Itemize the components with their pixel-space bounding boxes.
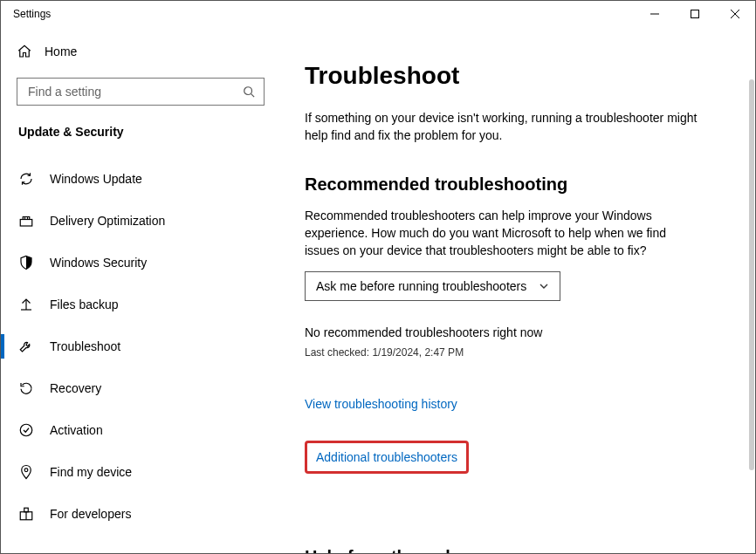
settings-window: Settings Home [0, 0, 756, 554]
scrollbar[interactable] [749, 79, 754, 470]
svg-point-11 [20, 424, 32, 436]
developers-icon [18, 506, 34, 522]
sidebar-item-find-my-device[interactable]: Find my device [17, 453, 265, 491]
highlight-box: Additional troubleshooters [305, 441, 469, 474]
check-circle-icon [18, 422, 34, 438]
sidebar-item-for-developers[interactable]: For developers [17, 495, 265, 533]
sidebar-item-label: Windows Security [50, 256, 147, 270]
svg-rect-1 [691, 10, 699, 18]
main-content: Troubleshoot If something on your device… [280, 27, 755, 553]
svg-line-5 [251, 94, 255, 98]
home-button[interactable]: Home [17, 34, 265, 69]
sidebar-item-recovery[interactable]: Recovery [17, 369, 265, 407]
search-box[interactable] [17, 78, 265, 106]
minimize-button[interactable] [635, 1, 675, 27]
home-icon [17, 44, 32, 59]
sidebar-item-label: For developers [50, 507, 131, 521]
sidebar-item-label: Troubleshoot [50, 339, 120, 353]
search-icon [243, 85, 255, 98]
svg-point-12 [24, 469, 28, 472]
shield-icon [18, 255, 34, 270]
dropdown-value: Ask me before running troubleshooters [316, 279, 526, 293]
search-input[interactable] [26, 84, 255, 99]
troubleshoot-preference-dropdown[interactable]: Ask me before running troubleshooters [305, 271, 560, 301]
recovery-icon [18, 380, 34, 396]
titlebar: Settings [1, 1, 755, 27]
page-intro: If something on your device isn't workin… [305, 109, 698, 145]
window-body: Home Update & Security Windows Update [1, 27, 755, 553]
window-title: Settings [13, 8, 51, 20]
view-history-link[interactable]: View troubleshooting history [305, 397, 457, 411]
additional-troubleshooters-link[interactable]: Additional troubleshooters [316, 450, 457, 464]
sidebar-item-label: Activation [50, 423, 103, 437]
page-title: Troubleshoot [305, 62, 717, 90]
last-checked-text: Last checked: 1/19/2024, 2:47 PM [305, 346, 717, 359]
sidebar: Home Update & Security Windows Update [1, 27, 280, 553]
recommended-heading: Recommended troubleshooting [305, 174, 717, 195]
wrench-icon [18, 339, 34, 354]
sidebar-item-label: Windows Update [50, 172, 142, 186]
sidebar-item-files-backup[interactable]: Files backup [17, 285, 265, 324]
delivery-icon [18, 213, 34, 229]
sidebar-item-label: Find my device [50, 465, 132, 479]
sidebar-item-troubleshoot[interactable]: Troubleshoot [17, 327, 265, 366]
sync-icon [18, 171, 34, 187]
maximize-button[interactable] [675, 1, 715, 27]
sidebar-item-label: Recovery [50, 381, 101, 395]
location-icon [18, 464, 34, 480]
sidebar-item-activation[interactable]: Activation [17, 411, 265, 449]
chevron-down-icon [539, 281, 549, 291]
sidebar-nav: Windows Update Delivery Optimization Win… [17, 160, 265, 533]
sidebar-item-label: Delivery Optimization [50, 214, 165, 228]
window-controls [635, 1, 755, 27]
home-label: Home [45, 44, 77, 58]
web-help-heading: Help from the web [305, 547, 717, 553]
backup-icon [18, 297, 34, 312]
sidebar-item-delivery-optimization[interactable]: Delivery Optimization [17, 202, 265, 240]
sidebar-item-windows-security[interactable]: Windows Security [17, 243, 265, 282]
svg-rect-6 [20, 220, 32, 227]
sidebar-item-label: Files backup [50, 298, 119, 311]
svg-rect-14 [24, 508, 29, 512]
close-button[interactable] [715, 1, 755, 27]
svg-point-4 [244, 87, 252, 95]
sidebar-category: Update & Security [17, 125, 265, 139]
sidebar-item-windows-update[interactable]: Windows Update [17, 160, 265, 198]
recommended-desc: Recommended troubleshooters can help imp… [305, 207, 698, 260]
no-recommended-text: No recommended troubleshooters right now [305, 325, 717, 339]
